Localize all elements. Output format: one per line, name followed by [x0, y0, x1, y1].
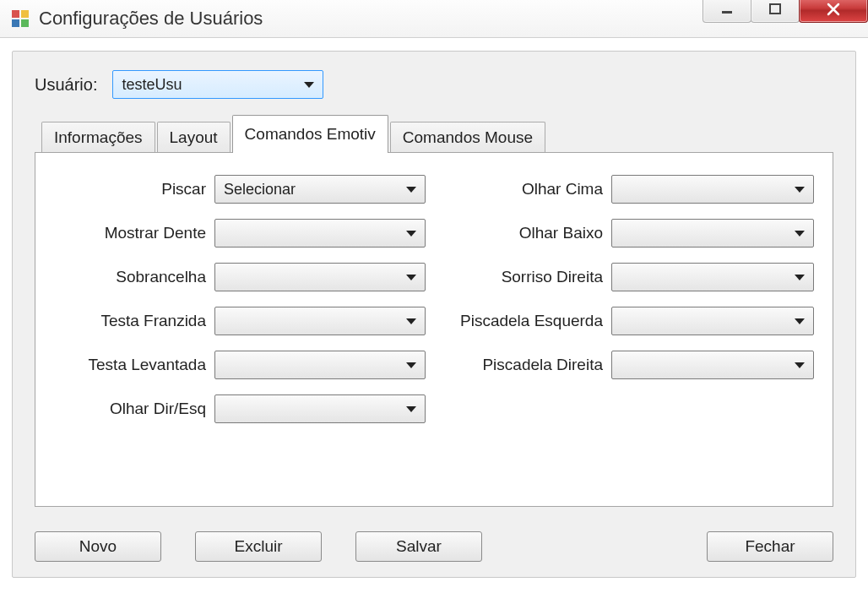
mapping-label: Piscadela Direita	[442, 356, 603, 374]
chevron-down-icon	[304, 82, 314, 88]
mapping-select-piscadela-esquerda[interactable]	[611, 307, 814, 335]
mapping-select-olhar-dir-esq[interactable]	[214, 394, 426, 423]
mapping-column-right: Olhar Cima Olhar Baixo Sorriso Direita	[442, 175, 814, 423]
tab-informacoes[interactable]: Informações	[41, 122, 155, 153]
save-button[interactable]: Salvar	[355, 531, 482, 562]
user-select-value: testeUsu	[122, 76, 182, 94]
close-window-button[interactable]	[799, 0, 868, 23]
user-select[interactable]: testeUsu	[112, 70, 323, 99]
mapping-row-olhar-cima: Olhar Cima	[442, 175, 814, 204]
mapping-label: Olhar Baixo	[442, 224, 603, 242]
tab-comandos-mouse[interactable]: Comandos Mouse	[390, 122, 545, 153]
mapping-column-left: Piscar Selecionar Mostrar Dente Sobrance…	[54, 175, 426, 423]
mapping-value: Selecionar	[224, 181, 296, 199]
mapping-label: Testa Franzida	[54, 312, 206, 330]
application-icon	[12, 10, 29, 27]
svg-rect-0	[722, 11, 732, 14]
close-button[interactable]: Fechar	[707, 531, 833, 562]
tab-label: Informações	[54, 128, 143, 146]
titlebar: Configurações de Usuários	[0, 0, 868, 38]
chevron-down-icon	[795, 318, 805, 324]
mapping-row-sorriso-direita: Sorriso Direita	[442, 263, 814, 291]
mapping-label: Piscadela Esquerda	[442, 312, 603, 330]
mapping-select-piscadela-direita[interactable]	[611, 351, 814, 379]
mapping-row-sobrancelha: Sobrancelha	[54, 263, 426, 291]
tab-label: Comandos Mouse	[403, 128, 533, 146]
tab-panel-comandos-emotiv: Piscar Selecionar Mostrar Dente Sobrance…	[35, 152, 833, 507]
user-label: Usuário:	[35, 75, 97, 95]
mapping-select-sorriso-direita[interactable]	[611, 263, 814, 291]
tab-label: Layout	[170, 128, 218, 146]
mapping-label: Piscar	[54, 180, 206, 199]
mapping-row-mostrar-dente: Mostrar Dente	[54, 219, 426, 248]
mapping-row-testa-levantada: Testa Levantada	[54, 351, 426, 379]
mapping-label: Mostrar Dente	[54, 224, 206, 242]
tab-layout[interactable]: Layout	[157, 122, 231, 153]
dialog-client-area: Usuário: testeUsu Informações Layout Com…	[12, 51, 856, 578]
mapping-select-testa-franzida[interactable]	[214, 307, 426, 335]
mapping-select-mostrar-dente[interactable]	[214, 219, 426, 248]
svg-rect-1	[770, 4, 780, 14]
mapping-select-olhar-baixo[interactable]	[611, 219, 814, 248]
mapping-label: Sobrancelha	[54, 268, 206, 286]
mapping-label: Olhar Dir/Esq	[54, 400, 206, 418]
mapping-row-piscadela-esquerda: Piscadela Esquerda	[442, 307, 814, 335]
chevron-down-icon	[406, 187, 416, 193]
maximize-button[interactable]	[751, 0, 800, 23]
chevron-down-icon	[406, 275, 416, 280]
chevron-down-icon	[795, 275, 805, 280]
new-button[interactable]: Novo	[35, 531, 161, 562]
chevron-down-icon	[406, 406, 416, 412]
mapping-row-olhar-dir-esq: Olhar Dir/Esq	[54, 394, 426, 423]
mapping-row-testa-franzida: Testa Franzida	[54, 307, 426, 335]
chevron-down-icon	[795, 362, 805, 368]
mapping-label: Testa Levantada	[54, 356, 206, 374]
mapping-label: Olhar Cima	[442, 180, 603, 199]
mapping-select-olhar-cima[interactable]	[611, 175, 814, 204]
mapping-row-piscar: Piscar Selecionar	[54, 175, 426, 204]
user-selector-row: Usuário: testeUsu	[35, 70, 833, 99]
tabstrip: Informações Layout Comandos Emotiv Coman…	[41, 114, 833, 152]
tab-comandos-emotiv[interactable]: Comandos Emotiv	[232, 115, 388, 153]
delete-button[interactable]: Excluir	[195, 531, 322, 562]
mapping-select-sobrancelha[interactable]	[214, 263, 426, 291]
mapping-select-testa-levantada[interactable]	[214, 351, 426, 379]
window-title: Configurações de Usuários	[39, 8, 263, 30]
mapping-row-piscadela-direita: Piscadela Direita	[442, 351, 814, 379]
chevron-down-icon	[795, 187, 805, 193]
chevron-down-icon	[406, 231, 416, 237]
chevron-down-icon	[406, 318, 416, 324]
dialog-footer: Novo Excluir Salvar Fechar	[35, 531, 833, 562]
chevron-down-icon	[795, 231, 805, 237]
window-controls	[703, 0, 868, 23]
mapping-label: Sorriso Direita	[442, 268, 603, 286]
minimize-button[interactable]	[703, 0, 751, 23]
mapping-row-olhar-baixo: Olhar Baixo	[442, 219, 814, 248]
mapping-select-piscar[interactable]: Selecionar	[214, 175, 426, 204]
tab-label: Comandos Emotiv	[245, 125, 376, 143]
chevron-down-icon	[406, 362, 416, 368]
